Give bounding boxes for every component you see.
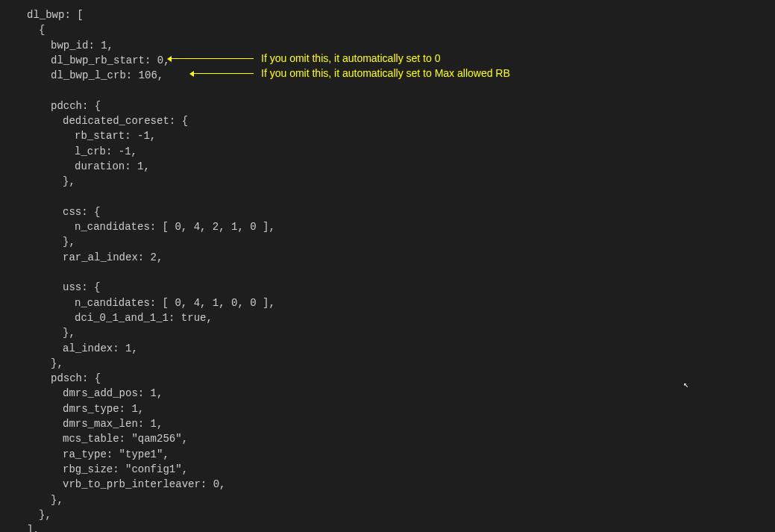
line-pdcch-close: }, [15, 356, 760, 371]
line-rb-start: rb_start: -1, [15, 128, 760, 143]
line-dl-bwp-open: dl_bwp: [ [15, 7, 760, 22]
line-l-crb: l_crb: -1, [15, 144, 760, 159]
line-dmrs-type: dmrs_type: 1, [15, 401, 760, 416]
line-pdcch-open: pdcch: { [15, 98, 760, 113]
line-pdsch-close: }, [15, 492, 760, 507]
line-dmrs-add-pos: dmrs_add_pos: 1, [15, 386, 760, 401]
arrow-rb-start [172, 58, 254, 59]
line-uss-close: }, [15, 325, 760, 340]
line-rar-al-index: rar_al_index: 2, [15, 250, 760, 265]
annotation-rb-start: If you omit this, it automatically set t… [261, 51, 440, 66]
line-vrb-to-prb-interleaver: vrb_to_prb_interleaver: 0, [15, 477, 760, 492]
line-mcs-table: mcs_table: "qam256", [15, 431, 760, 446]
line-dmrs-max-len: dmrs_max_len: 1, [15, 416, 760, 431]
line-uss-n-candidates: n_candidates: [ 0, 4, 1, 0, 0 ], [15, 295, 760, 310]
annotation-l-crb: If you omit this, it automatically set t… [261, 66, 510, 81]
line-pdsch-open: pdsch: { [15, 371, 760, 386]
line-dedicated-coreset-open: dedicated_coreset: { [15, 113, 760, 128]
line-css-open: css: { [15, 204, 760, 219]
line-dci-0-1-and-1-1: dci_0_1_and_1_1: true, [15, 310, 760, 325]
code-block: dl_bwp: [ { bwp_id: 1, dl_bwp_rb_start: … [15, 7, 760, 532]
line-dl-bwp-close: ], [15, 522, 760, 532]
line-uss-open: uss: { [15, 280, 760, 295]
line-brace-close: }, [15, 507, 760, 522]
line-al-index: al_index: 1, [15, 341, 760, 356]
line-css-n-candidates: n_candidates: [ 0, 4, 2, 1, 0 ], [15, 219, 760, 234]
line-duration: duration: 1, [15, 159, 760, 174]
line-dedicated-coreset-close: }, [15, 174, 760, 189]
line-rbg-size: rbg_size: "config1", [15, 462, 760, 477]
arrow-l-crb [194, 73, 254, 74]
mouse-cursor-icon: ↖ [683, 379, 688, 392]
line-css-close: }, [15, 234, 760, 249]
line-brace-open: { [15, 22, 760, 37]
line-ra-type: ra_type: "type1", [15, 447, 760, 462]
